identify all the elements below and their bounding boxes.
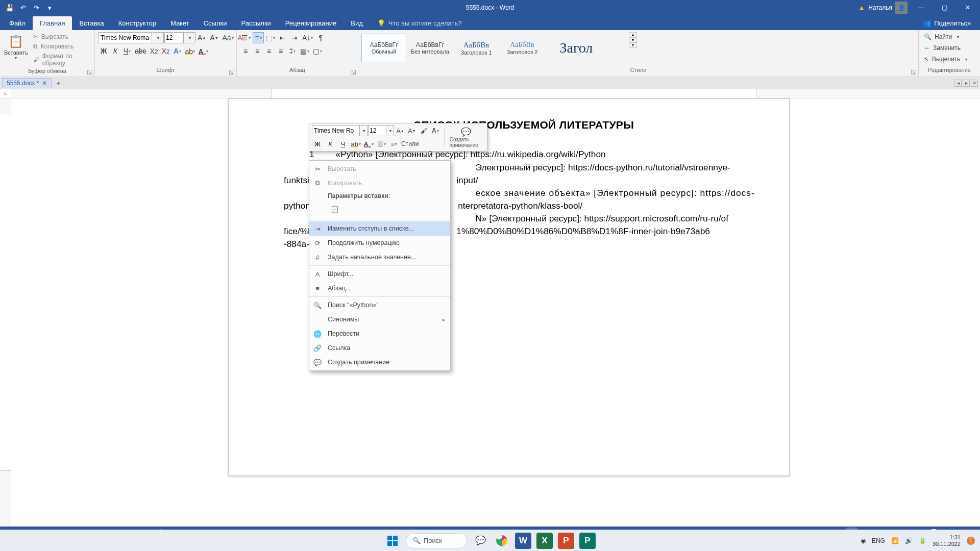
mt-size-dd[interactable]: ▾ xyxy=(387,125,394,136)
mt-italic[interactable]: К xyxy=(325,138,336,149)
shading-button[interactable]: ▦ xyxy=(299,45,311,57)
new-doc-tab[interactable]: + xyxy=(54,79,63,87)
mt-font-color[interactable]: A xyxy=(363,138,374,149)
clipboard-launcher[interactable]: ↘ xyxy=(87,70,92,75)
sort-button[interactable]: A↓ xyxy=(301,32,314,43)
tab-review[interactable]: Рецензирование xyxy=(278,16,344,30)
format-painter-button[interactable]: 🖌Формат по образцу xyxy=(31,52,91,68)
save-button[interactable]: 💾 xyxy=(4,2,15,13)
italic-button[interactable]: К xyxy=(110,45,121,57)
align-center-button[interactable]: ≡ xyxy=(252,45,263,57)
ctx-paragraph[interactable]: ≡Абзац... xyxy=(309,281,450,295)
tray-clock[interactable]: 1:31 30.11.2022 xyxy=(933,534,961,547)
superscript-button[interactable]: X2 xyxy=(160,45,172,57)
highlight-button[interactable]: ab xyxy=(184,45,197,57)
strikethrough-button[interactable]: abc xyxy=(133,45,148,57)
tab-home[interactable]: Главная xyxy=(33,16,72,30)
styles-scroll[interactable]: ▲▼▾ xyxy=(629,32,637,48)
show-marks-button[interactable]: ¶ xyxy=(315,32,326,43)
undo-button[interactable]: ↶ xyxy=(17,2,29,13)
tray-wifi-icon[interactable]: 📶 xyxy=(891,537,899,544)
multilevel-button[interactable]: ⬚ xyxy=(264,32,277,43)
taskbar-word[interactable]: W xyxy=(515,533,531,549)
taskbar-search[interactable]: 🔍Поиск xyxy=(406,533,467,548)
tray-steam-icon[interactable]: ◉ xyxy=(861,537,866,544)
styles-more[interactable]: ▾ xyxy=(629,43,636,47)
line-spacing-button[interactable]: ‡ xyxy=(287,45,298,57)
copy-button[interactable]: ⧉Копировать xyxy=(31,42,91,51)
mt-create-comment[interactable]: 💬 Создать примечание xyxy=(448,126,484,149)
style-heading2[interactable]: АаБбВвЗаголовок 2 xyxy=(500,34,545,62)
tab-design[interactable]: Конструктор xyxy=(111,16,163,30)
mt-bullets[interactable]: ☰ xyxy=(376,138,387,149)
font-name-input[interactable] xyxy=(98,32,152,43)
decrease-indent-button[interactable]: ⇤ xyxy=(277,32,288,43)
find-button[interactable]: 🔍Найти▾ xyxy=(922,32,961,41)
taskbar-excel[interactable]: X xyxy=(536,533,553,549)
docs-close-all[interactable]: ✕ xyxy=(971,80,978,87)
mt-shrink-font[interactable]: A▼ xyxy=(406,125,418,136)
tab-view[interactable]: Вид xyxy=(344,16,370,30)
mt-font-size[interactable] xyxy=(368,125,386,136)
taskbar-chat[interactable]: 💬 xyxy=(472,533,488,549)
user-name[interactable]: Наталья xyxy=(868,4,892,11)
taskbar-chrome[interactable] xyxy=(494,533,510,549)
start-button[interactable] xyxy=(384,533,401,549)
document-tab[interactable]: 5555.docx * ✕ xyxy=(2,78,52,88)
close-window-button[interactable]: ✕ xyxy=(958,0,978,15)
styles-launcher[interactable]: ↘ xyxy=(911,70,916,75)
minimize-button[interactable]: — xyxy=(911,0,931,15)
tell-me[interactable]: 💡 Что вы хотите сделать? xyxy=(370,16,469,30)
styles-up[interactable]: ▲ xyxy=(629,33,636,38)
replace-button[interactable]: ↔Заменить xyxy=(922,43,963,53)
vertical-ruler[interactable] xyxy=(0,98,11,538)
page-holder[interactable]: СПИСОК ИСПОЛЬЗУЕМОЙ ЛИТЕРАТУРЫ 1 «Python… xyxy=(11,98,980,538)
justify-button[interactable]: ≡ xyxy=(275,45,286,57)
mt-bold[interactable]: Ж xyxy=(312,138,323,149)
ctx-link[interactable]: 🔗Ссылка xyxy=(309,341,450,355)
ctx-synonyms[interactable]: Синонимы▸ xyxy=(309,312,450,327)
tab-file[interactable]: Файл xyxy=(2,16,33,30)
docs-scroll-left[interactable]: ◂ xyxy=(954,80,962,87)
mt-font-name[interactable] xyxy=(312,125,360,136)
cut-button[interactable]: ✂Вырезать xyxy=(31,32,91,41)
style-heading1[interactable]: АаБбВвЗаголовок 1 xyxy=(454,34,499,62)
mt-styles[interactable]: A xyxy=(430,125,441,136)
bold-button[interactable]: Ж xyxy=(98,45,109,57)
ctx-adjust-indents[interactable]: ⇥Изменить отступы в списке... xyxy=(309,221,450,236)
underline-button[interactable]: Ч xyxy=(121,45,133,57)
align-left-button[interactable]: ≡ xyxy=(240,45,251,57)
change-case-button[interactable]: Aa xyxy=(221,32,235,43)
mt-format-painter[interactable]: 🖌 xyxy=(418,125,429,136)
select-button[interactable]: ↖Выделить▾ xyxy=(922,55,969,64)
user-avatar[interactable]: 👤 xyxy=(895,2,908,14)
font-size-input[interactable] xyxy=(164,32,184,43)
redo-button[interactable]: ↷ xyxy=(31,2,42,13)
paragraph-launcher[interactable]: ↘ xyxy=(351,70,356,75)
ctx-search[interactable]: 🔍Поиск "«Python»" xyxy=(309,298,450,312)
style-nospacing[interactable]: АаБбВвГгБез интервала xyxy=(407,34,453,62)
align-right-button[interactable]: ≡ xyxy=(263,45,275,57)
horizontal-ruler[interactable] xyxy=(11,89,980,98)
numbering-button[interactable]: ≡ xyxy=(253,32,264,43)
tray-notifications[interactable]: 1 xyxy=(967,537,975,545)
doc-tab-close[interactable]: ✕ xyxy=(42,80,47,87)
tab-insert[interactable]: Вставка xyxy=(72,16,111,30)
ctx-continue-numbering[interactable]: ⟳Продолжить нумерацию xyxy=(309,236,450,250)
shrink-font-button[interactable]: A▼ xyxy=(208,32,220,43)
bullets-button[interactable]: ☰ xyxy=(240,32,252,43)
styles-gallery[interactable]: АаБбВвГгОбычный АаБбВвГгБез интервала Аа… xyxy=(361,32,627,64)
ctx-font[interactable]: AШрифт... xyxy=(309,267,450,281)
tab-layout[interactable]: Макет xyxy=(163,16,197,30)
mt-grow-font[interactable]: A▲ xyxy=(395,125,406,136)
grow-font-button[interactable]: A▲ xyxy=(196,32,208,43)
warning-icon[interactable]: ▲ xyxy=(858,4,865,12)
style-title[interactable]: Загол xyxy=(546,34,607,62)
styles-down[interactable]: ▼ xyxy=(629,38,636,43)
ctx-new-comment[interactable]: 💬Создать примечание xyxy=(309,355,450,369)
tab-references[interactable]: Ссылки xyxy=(197,16,234,30)
share-button[interactable]: 👥 Поделиться xyxy=(914,16,980,30)
ruler-corner[interactable]: L xyxy=(0,89,11,98)
subscript-button[interactable]: X2 xyxy=(149,45,160,57)
font-size-dropdown[interactable]: ▾ xyxy=(184,32,195,43)
